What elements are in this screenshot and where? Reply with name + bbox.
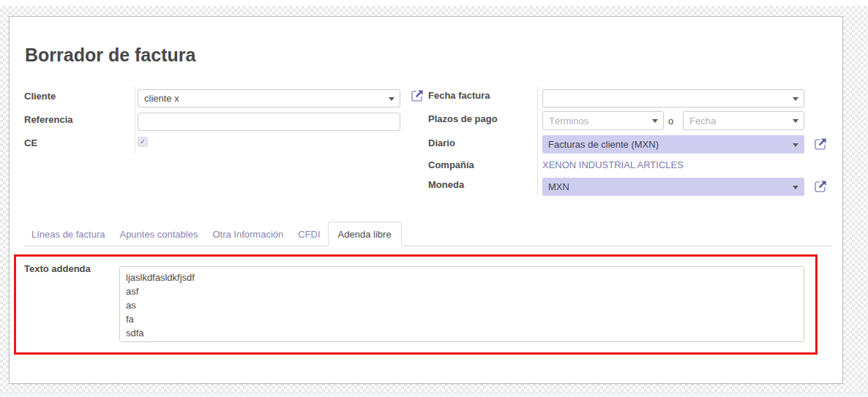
external-link-icon <box>812 178 828 194</box>
tab-otra-informacion[interactable]: Otra Información <box>205 222 291 246</box>
plazos-terminos-field <box>542 111 664 130</box>
cliente-input[interactable] <box>138 89 400 107</box>
checkmark-icon: ✓ <box>140 137 146 145</box>
diario-select[interactable]: Facturas de cliente (MXN) <box>542 135 804 154</box>
moneda-label: Moneda <box>428 179 464 190</box>
tab-lineas-de-factura[interactable]: Líneas de factura <box>24 222 112 246</box>
diario-label: Diario <box>428 137 455 148</box>
diario-value: Facturas de cliente (MXN) <box>548 139 659 150</box>
cliente-label: Cliente <box>24 91 56 102</box>
fecha-factura-field <box>542 89 804 107</box>
tab-apuntes-contables[interactable]: Apuntes contables <box>112 222 205 246</box>
moneda-external-link-button[interactable] <box>812 178 828 194</box>
external-link-icon <box>812 136 828 152</box>
compania-value-link[interactable]: XENON INDUSTRIAL ARTICLES <box>542 159 684 170</box>
external-link-icon <box>409 88 425 104</box>
referencia-label: Referencia <box>24 114 72 125</box>
top-strip <box>0 0 868 6</box>
fecha-factura-label: Fecha factura <box>428 90 490 101</box>
chevron-down-icon <box>793 119 798 123</box>
referencia-field <box>138 113 400 131</box>
diario-external-link-button[interactable] <box>812 136 828 152</box>
notebook-tabbar: Líneas de factura Apuntes contables Otra… <box>24 222 402 246</box>
cliente-field <box>138 89 400 107</box>
moneda-value: MXN <box>548 181 569 192</box>
plazos-terminos-input[interactable] <box>542 111 664 130</box>
plazos-fecha-input[interactable] <box>683 111 804 130</box>
tab-cfdi[interactable]: CFDI <box>291 222 327 246</box>
chevron-down-icon <box>793 97 798 101</box>
left-column-separator <box>135 86 135 154</box>
plazos-or-label: o <box>668 116 673 126</box>
ce-label: CE <box>24 137 37 148</box>
plazos-de-pago-label: Plazos de pago <box>428 113 498 124</box>
referencia-input[interactable] <box>138 113 400 131</box>
texto-addenda-textarea[interactable]: ljaslkdfasldkfjsdf asf as fa sdfa <box>119 266 804 342</box>
compania-label: Compañía <box>428 159 474 170</box>
fecha-factura-input[interactable] <box>542 89 804 107</box>
chevron-down-icon <box>793 143 798 147</box>
ce-checkbox[interactable]: ✓ <box>138 137 148 147</box>
tab-adenda-libre[interactable]: Adenda libre <box>328 222 402 246</box>
page-title: Borrador de factura <box>25 45 195 66</box>
chevron-down-icon <box>793 186 798 189</box>
moneda-select[interactable]: MXN <box>542 178 804 196</box>
bottom-strip <box>0 393 868 397</box>
chevron-down-icon <box>389 97 394 101</box>
right-column-separator <box>537 86 538 196</box>
plazos-fecha-field <box>683 111 804 130</box>
chevron-down-icon <box>652 119 658 123</box>
screen: Borrador de factura Cliente Referencia C… <box>0 0 868 397</box>
texto-addenda-label: Texto addenda <box>24 263 91 274</box>
cliente-external-link-button[interactable] <box>409 88 425 104</box>
